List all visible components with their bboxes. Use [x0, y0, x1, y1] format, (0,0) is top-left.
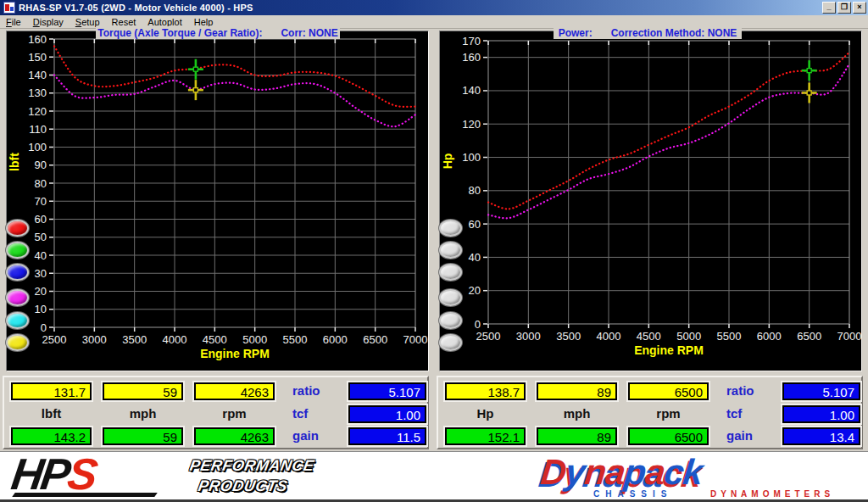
y-tick-label: 60: [35, 213, 47, 226]
x-tick-label: 7000: [837, 330, 862, 343]
rpm-cursor2-value[interactable]: 4263: [194, 427, 275, 445]
y-axis-label: Hp: [441, 153, 454, 170]
title-bar[interactable]: RHAS-SP V1.7-05 (2WD - Motor Vehicle 400…: [0, 0, 868, 15]
dynapack-dynamometers-text: DYNAMOMETERS: [710, 489, 834, 499]
torque-run-current-curve: [54, 47, 415, 107]
x-tick-label: 6000: [757, 330, 782, 343]
plot-border: [488, 41, 849, 324]
torque-chart-panel: 0102030405060708090100110120130140150160…: [6, 31, 429, 371]
power-cursor2-value[interactable]: 152.1: [445, 427, 526, 445]
torque-readout-panel: 131.7 59 4263 ratio 5.107 lbft mph rpm t…: [3, 376, 429, 449]
x-tick-label: 6500: [797, 330, 821, 343]
y-axis-label: lbft: [8, 153, 21, 171]
cursor-green-center: [193, 67, 198, 71]
cursor-green-center: [807, 69, 811, 73]
rpm-cursor2-value[interactable]: 6500: [628, 427, 709, 445]
torque-cursor2-value[interactable]: 143.2: [11, 427, 92, 445]
dynapack-logo: Dynapack: [539, 454, 704, 491]
x-tick-label: 6500: [363, 333, 387, 346]
logo-strip: HPS PERFORMANCE PRODUCTS Dynapack CHASSI…: [0, 451, 868, 502]
y-tick-label: 160: [28, 33, 47, 46]
y-tick-label: 20: [469, 284, 481, 297]
lbft-plot[interactable]: 0102030405060708090100110120130140150160…: [7, 31, 430, 372]
app-window: RHAS-SP V1.7-05 (2WD - Motor Vehicle 400…: [0, 0, 868, 502]
hps-products-text: PRODUCTS: [197, 477, 289, 495]
power-chart-header: Power: Correction Method: NONE: [554, 26, 742, 39]
power-readout-panel: 138.7 89 6500 ratio 5.107 Hp mph rpm tcf…: [437, 376, 863, 449]
torque-chart-header: Torque (Axle Torque / Gear Ratio): Corr:…: [96, 26, 340, 39]
x-tick-label: 5000: [676, 330, 701, 343]
x-tick-label: 3000: [82, 333, 107, 346]
speed-cursor-value[interactable]: 89: [537, 382, 617, 400]
ratio-label: ratio: [292, 382, 340, 400]
hps-logo-s: S: [64, 451, 98, 499]
x-tick-label: 7000: [403, 333, 428, 346]
speed-unit-label: mph: [537, 405, 617, 423]
x-tick-label: 2500: [42, 333, 67, 346]
x-tick-label: 6000: [323, 333, 348, 346]
cursor-yellow-center: [193, 88, 198, 92]
rpm-unit-label: rpm: [628, 405, 709, 423]
hps-logo: HPS: [8, 452, 97, 496]
y-tick-label: 120: [462, 118, 481, 131]
x-axis-label: Engine RPM: [634, 343, 704, 357]
torque-cursor-value[interactable]: 131.7: [11, 382, 92, 400]
channel-button-0-4[interactable]: [6, 312, 29, 329]
y-tick-label: 10: [35, 303, 47, 315]
restore-button[interactable]: ❐: [837, 2, 851, 14]
speed-cursor2-value[interactable]: 59: [103, 427, 183, 445]
power-cursor-value[interactable]: 138.7: [445, 382, 526, 400]
hps-logo-underline: [12, 493, 158, 497]
y-tick-label: 0: [475, 318, 481, 331]
x-tick-label: 2500: [476, 330, 501, 343]
channel-button-1-3[interactable]: [439, 289, 462, 306]
rpm-cursor-value[interactable]: 4263: [194, 382, 275, 400]
x-tick-label: 5500: [283, 333, 308, 346]
torque-header-title: Torque (Axle Torque / Gear Ratio):: [97, 27, 262, 39]
y-tick-label: 50: [35, 231, 47, 243]
ratio-value[interactable]: 5.107: [348, 382, 426, 400]
x-tick-label: 3000: [516, 330, 541, 343]
x-tick-label: 5500: [717, 330, 742, 343]
channel-button-1-1[interactable]: [439, 242, 462, 259]
dynapack-chassis-text: CHASSIS: [593, 489, 672, 499]
gain-value[interactable]: 11.5: [348, 427, 426, 445]
torque-run-reference-curve: [54, 75, 415, 127]
y-tick-label: 120: [28, 105, 47, 118]
power-run-current-curve: [488, 53, 849, 209]
ratio-value[interactable]: 5.107: [782, 382, 860, 400]
y-tick-label: 150: [28, 51, 47, 64]
tcf-value[interactable]: 1.00: [348, 405, 426, 423]
menu-item-display[interactable]: Display: [27, 16, 70, 28]
gain-value[interactable]: 13.4: [782, 427, 860, 445]
channel-button-0-2[interactable]: [6, 264, 29, 281]
channel-button-1-4[interactable]: [439, 312, 462, 329]
channel-button-1-2[interactable]: [439, 264, 462, 281]
close-button[interactable]: ×: [853, 2, 866, 14]
speed-unit-label: mph: [103, 405, 183, 423]
tcf-value[interactable]: 1.00: [782, 405, 860, 423]
y-tick-label: 60: [469, 218, 481, 231]
x-axis-label: Engine RPM: [200, 347, 270, 360]
power-unit-label: Hp: [445, 405, 526, 423]
hps-logo-hp: HP: [8, 451, 71, 499]
channel-button-0-5[interactable]: [6, 334, 29, 351]
y-tick-label: 100: [462, 151, 481, 164]
Hp-plot[interactable]: 0204060801001201401601702500300035004000…: [440, 31, 863, 372]
channel-button-1-5[interactable]: [439, 334, 462, 351]
ratio-label: ratio: [726, 382, 774, 400]
x-tick-label: 4000: [163, 333, 187, 346]
x-tick-label: 4500: [203, 333, 227, 346]
channel-button-0-1[interactable]: [6, 242, 29, 259]
y-tick-label: 80: [469, 184, 481, 197]
rpm-cursor-value[interactable]: 6500: [628, 382, 709, 400]
minimize-button[interactable]: _: [822, 2, 836, 14]
speed-cursor2-value[interactable]: 89: [537, 427, 617, 445]
y-tick-label: 70: [35, 195, 47, 208]
channel-button-0-3[interactable]: [6, 289, 29, 306]
channel-button-1-0[interactable]: [439, 220, 462, 237]
y-tick-label: 160: [462, 51, 481, 64]
channel-button-0-0[interactable]: [6, 220, 29, 237]
speed-cursor-value[interactable]: 59: [103, 382, 183, 400]
menu-item-file[interactable]: File: [0, 16, 27, 28]
